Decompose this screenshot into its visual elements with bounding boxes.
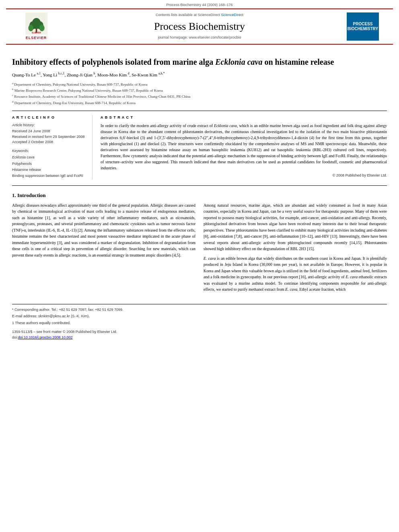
- article-history: Article history: Received 24 June 2008 R…: [12, 123, 86, 145]
- abstract-column: A B S T R A C T In order to clarify the …: [101, 115, 387, 179]
- intro-paragraph-2: Among natural resources, marine algae, w…: [204, 202, 387, 252]
- footnote-corresponding: * Corresponding author. Tel.: +82 51 629…: [12, 307, 387, 312]
- banner-center: Contents lists available at ScienceDirec…: [60, 12, 339, 40]
- received-date: Received 24 June 2008: [12, 129, 86, 134]
- intro-left-column: Allergic diseases nowadays affect approx…: [12, 202, 195, 296]
- footnote-equal-contrib: 1 These authors equally contributed.: [12, 320, 387, 326]
- journal-logo-line2: BIOCHEMISTRY: [348, 27, 378, 31]
- main-content: Inhibitory effects of polyphenols isolat…: [0, 45, 399, 347]
- journal-logo-box: PROCESS BIOCHEMISTRY: [347, 12, 379, 41]
- banner-right: PROCESS BIOCHEMISTRY: [339, 12, 387, 41]
- keywords-title: Keywords:: [12, 148, 86, 154]
- authors-line: Quang-To Le a,1, Yong Li b,c,1, Zhong-Ji…: [12, 71, 387, 78]
- article-title: Inhibitory effects of polyphenols isolat…: [12, 57, 387, 67]
- keyword-3: Histamine release: [12, 168, 41, 172]
- keyword-1: Ecklonia cava: [12, 155, 35, 159]
- intro-paragraph-3: E. cava is an edible brown alga that wid…: [204, 255, 387, 293]
- intro-right-column: Among natural resources, marine algae, w…: [204, 202, 387, 296]
- introduction-section: 1. Introduction Allergic diseases nowada…: [12, 192, 387, 296]
- journal-logo-line1: PROCESS: [353, 22, 373, 27]
- page-header: Process Biochemistry 44 (2009) 168–176: [0, 0, 399, 8]
- keyword-4: Binding suppression between IgE and FcεR…: [12, 174, 83, 178]
- accepted-date: Accepted 2 October 2008: [12, 140, 86, 145]
- elsevier-tree-icon: ELSEVIER: [25, 12, 47, 35]
- doi-link[interactable]: doi:10.1016/j.procbio.2008.10.002: [18, 335, 73, 339]
- abstract-label: A B S T R A C T: [101, 115, 387, 120]
- section-divider: [12, 185, 387, 186]
- elsevier-logo: ELSEVIER ELSEVIER: [25, 12, 47, 41]
- svg-text:ELSEVIER: ELSEVIER: [32, 32, 41, 34]
- keyword-2: Polyphenols: [12, 162, 32, 166]
- history-subtitle: Article history:: [12, 123, 86, 128]
- journal-homepage: journal homepage: www.elsevier.com/locat…: [60, 35, 339, 40]
- sciencedirect-line: Contents lists available at ScienceDirec…: [60, 12, 339, 18]
- title-italic: Ecklonia cava: [215, 58, 262, 66]
- banner-left: ELSEVIER ELSEVIER: [12, 12, 60, 41]
- keywords-list: Ecklonia cava Polyphenols Histamine rele…: [12, 154, 86, 179]
- article-info-column: A R T I C L E I N F O Article history: R…: [12, 115, 93, 179]
- journal-title-banner: Process Biochemistry: [60, 19, 339, 34]
- elsevier-label: ELSEVIER: [26, 35, 47, 41]
- footnotes-area: * Corresponding author. Tel.: +82 51 629…: [12, 304, 387, 341]
- issn-line: 1359-5113/$ – see front matter © 2008 Pu…: [12, 329, 387, 335]
- title-part2: on histamine release: [262, 58, 334, 66]
- article-info-abstract-section: A R T I C L E I N F O Article history: R…: [12, 111, 387, 179]
- title-part1: Inhibitory effects of polyphenols isolat…: [12, 58, 215, 66]
- abstract-text: In order to clarify the modern anti-alle…: [101, 123, 387, 171]
- svg-point-6: [39, 25, 44, 31]
- affiliations: a Department of Chemistry, Pukyong Natio…: [12, 81, 387, 106]
- keywords-section: Keywords: Ecklonia cava Polyphenols Hist…: [12, 148, 86, 179]
- sciencedirect-link[interactable]: ScienceDirect: [221, 13, 244, 17]
- intro-paragraph-1: Allergic diseases nowadays affect approx…: [12, 202, 195, 259]
- svg-point-5: [28, 25, 33, 31]
- journal-banner: ELSEVIER ELSEVIER Contents lists availab…: [6, 8, 393, 45]
- article-info-label: A R T I C L E I N F O: [12, 115, 86, 120]
- revised-date: Received in revised form 29 September 20…: [12, 134, 86, 140]
- journal-citation: Process Biochemistry 44 (2009) 168–176: [166, 3, 232, 7]
- intro-heading: 1. Introduction: [12, 192, 387, 199]
- intro-columns: Allergic diseases nowadays affect approx…: [12, 202, 387, 296]
- copyright-line: © 2008 Published by Elsevier Ltd.: [101, 173, 387, 178]
- footnote-email: E-mail address: sknkim@pknu.ac.kr (S.-K.…: [12, 313, 387, 319]
- doi-line: doi:doi:10.1016/j.procbio.2008.10.002: [12, 335, 387, 340]
